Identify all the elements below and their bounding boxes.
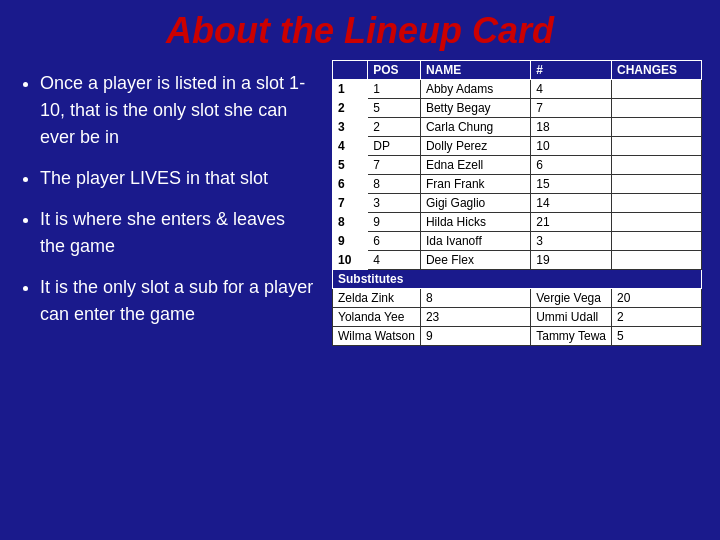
sub-num1: 8 bbox=[420, 289, 530, 308]
row-name: Edna Ezell bbox=[420, 156, 530, 175]
row-name: Gigi Gaglio bbox=[420, 194, 530, 213]
table-row: 5 7 Edna Ezell 6 bbox=[333, 156, 702, 175]
row-name: Dolly Perez bbox=[420, 137, 530, 156]
table-row: 1 1 Abby Adams 4 bbox=[333, 80, 702, 99]
row-name: Betty Begay bbox=[420, 99, 530, 118]
row-pos: 9 bbox=[368, 213, 421, 232]
row-changes bbox=[612, 213, 702, 232]
lineup-table: POS NAME # CHANGES 1 1 Abby Adams 4 2 5 … bbox=[332, 60, 702, 346]
substitute-row: Yolanda Yee 23 Ummi Udall 2 bbox=[333, 308, 702, 327]
row-num: 7 bbox=[333, 194, 368, 213]
row-num: 10 bbox=[333, 251, 368, 270]
col-header-num bbox=[333, 61, 368, 80]
row-num: 6 bbox=[333, 175, 368, 194]
row-num: 1 bbox=[333, 80, 368, 99]
sub-name1: Zelda Zink bbox=[333, 289, 421, 308]
row-hash: 3 bbox=[531, 232, 612, 251]
row-name: Ida Ivanoff bbox=[420, 232, 530, 251]
row-num: 3 bbox=[333, 118, 368, 137]
row-changes bbox=[612, 137, 702, 156]
row-num: 5 bbox=[333, 156, 368, 175]
sub-name2: Tammy Tewa bbox=[531, 327, 612, 346]
table-area: POS NAME # CHANGES 1 1 Abby Adams 4 2 5 … bbox=[332, 60, 702, 346]
table-row: 6 8 Fran Frank 15 bbox=[333, 175, 702, 194]
bullet-item-3: It is where she enters & leaves the game bbox=[40, 206, 314, 260]
row-pos: 7 bbox=[368, 156, 421, 175]
row-changes bbox=[612, 118, 702, 137]
col-header-name: NAME bbox=[420, 61, 530, 80]
row-changes bbox=[612, 175, 702, 194]
row-pos: 3 bbox=[368, 194, 421, 213]
row-name: Abby Adams bbox=[420, 80, 530, 99]
row-changes bbox=[612, 99, 702, 118]
row-hash: 21 bbox=[531, 213, 612, 232]
row-hash: 18 bbox=[531, 118, 612, 137]
row-pos: 4 bbox=[368, 251, 421, 270]
col-header-pos: POS bbox=[368, 61, 421, 80]
table-row: 4 DP Dolly Perez 10 bbox=[333, 137, 702, 156]
bullet-item-4: It is the only slot a sub for a player c… bbox=[40, 274, 314, 328]
row-hash: 10 bbox=[531, 137, 612, 156]
row-changes bbox=[612, 194, 702, 213]
substitute-row: Wilma Watson 9 Tammy Tewa 5 bbox=[333, 327, 702, 346]
row-changes bbox=[612, 156, 702, 175]
table-row: 8 9 Hilda Hicks 21 bbox=[333, 213, 702, 232]
row-hash: 4 bbox=[531, 80, 612, 99]
table-row: 10 4 Dee Flex 19 bbox=[333, 251, 702, 270]
row-hash: 7 bbox=[531, 99, 612, 118]
row-pos: 6 bbox=[368, 232, 421, 251]
row-changes bbox=[612, 232, 702, 251]
sub-num1: 23 bbox=[420, 308, 530, 327]
sub-num2: 5 bbox=[612, 327, 702, 346]
row-name: Dee Flex bbox=[420, 251, 530, 270]
row-name: Hilda Hicks bbox=[420, 213, 530, 232]
row-hash: 15 bbox=[531, 175, 612, 194]
sub-name1: Wilma Watson bbox=[333, 327, 421, 346]
sub-num2: 20 bbox=[612, 289, 702, 308]
row-num: 9 bbox=[333, 232, 368, 251]
row-pos: 2 bbox=[368, 118, 421, 137]
bullet-item-2: The player LIVES in that slot bbox=[40, 165, 314, 192]
row-name: Fran Frank bbox=[420, 175, 530, 194]
row-name: Carla Chung bbox=[420, 118, 530, 137]
table-row: 7 3 Gigi Gaglio 14 bbox=[333, 194, 702, 213]
sub-name1: Yolanda Yee bbox=[333, 308, 421, 327]
table-header-row: POS NAME # CHANGES bbox=[333, 61, 702, 80]
table-row: 2 5 Betty Begay 7 bbox=[333, 99, 702, 118]
row-num: 8 bbox=[333, 213, 368, 232]
row-changes bbox=[612, 251, 702, 270]
row-changes bbox=[612, 80, 702, 99]
table-row: 3 2 Carla Chung 18 bbox=[333, 118, 702, 137]
substitutes-label: Substitutes bbox=[333, 270, 702, 289]
sub-num2: 2 bbox=[612, 308, 702, 327]
page-title: About the Lineup Card bbox=[0, 0, 720, 60]
bullet-item-1: Once a player is listed in a slot 1-10, … bbox=[40, 70, 314, 151]
substitutes-header: Substitutes bbox=[333, 270, 702, 289]
row-hash: 14 bbox=[531, 194, 612, 213]
bullet-list: Once a player is listed in a slot 1-10, … bbox=[18, 60, 314, 346]
col-header-changes: CHANGES bbox=[612, 61, 702, 80]
row-pos: DP bbox=[368, 137, 421, 156]
row-hash: 6 bbox=[531, 156, 612, 175]
row-num: 4 bbox=[333, 137, 368, 156]
col-header-hash: # bbox=[531, 61, 612, 80]
sub-num1: 9 bbox=[420, 327, 530, 346]
table-row: 9 6 Ida Ivanoff 3 bbox=[333, 232, 702, 251]
row-pos: 1 bbox=[368, 80, 421, 99]
substitute-row: Zelda Zink 8 Vergie Vega 20 bbox=[333, 289, 702, 308]
sub-name2: Ummi Udall bbox=[531, 308, 612, 327]
row-hash: 19 bbox=[531, 251, 612, 270]
sub-name2: Vergie Vega bbox=[531, 289, 612, 308]
main-content: Once a player is listed in a slot 1-10, … bbox=[0, 60, 720, 356]
row-num: 2 bbox=[333, 99, 368, 118]
row-pos: 8 bbox=[368, 175, 421, 194]
row-pos: 5 bbox=[368, 99, 421, 118]
